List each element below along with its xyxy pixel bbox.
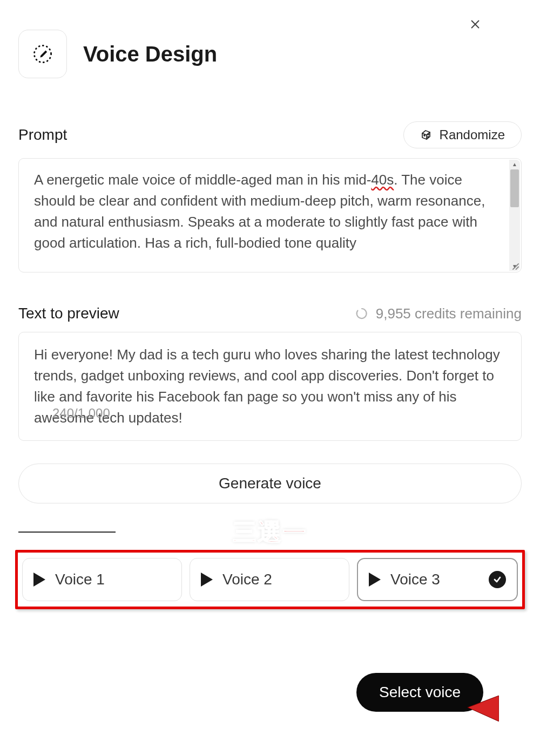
selected-check-icon: [489, 571, 506, 588]
svg-point-3: [424, 135, 425, 136]
play-icon: [33, 573, 45, 587]
close-button[interactable]: [467, 16, 483, 32]
voices-highlight-box: Voice 1 Voice 2 Voice 3: [15, 550, 525, 609]
preview-header: Text to preview 9,955 credits remaining: [18, 305, 522, 322]
randomize-label: Randomize: [440, 127, 505, 142]
scroll-up-arrow[interactable]: ▲: [512, 161, 517, 167]
preview-textarea-container: Hi everyone! My dad is a tech guru who l…: [18, 332, 522, 441]
header: Voice Design: [0, 0, 540, 78]
prompt-label: Prompt: [18, 126, 67, 144]
preview-label: Text to preview: [18, 305, 119, 322]
prompt-text-part: 40s: [371, 172, 394, 188]
prompt-header: Prompt Randomize: [18, 121, 522, 148]
voice-label: Voice 2: [222, 571, 272, 588]
close-icon: [469, 18, 481, 30]
spinner-icon: [355, 307, 368, 320]
voice-label: Voice 1: [55, 571, 105, 588]
randomize-button[interactable]: Randomize: [403, 121, 522, 148]
scroll-thumb[interactable]: [510, 169, 519, 207]
annotation-text: 三選一: [233, 516, 307, 548]
voice-design-icon: [18, 30, 67, 78]
active-tab-underline: [18, 532, 116, 533]
char-count: 240/1,000: [52, 406, 110, 421]
voice-label: Voice 3: [390, 571, 440, 588]
play-icon: [369, 573, 381, 587]
voice-card-2[interactable]: Voice 2: [190, 558, 349, 601]
generate-voice-button[interactable]: Generate voice: [18, 464, 522, 503]
tab-row: 三選一: [0, 516, 540, 547]
prompt-text-part: A energetic male voice of middle-aged ma…: [34, 172, 371, 188]
play-icon: [201, 573, 213, 587]
prompt-textarea-container: A energetic male voice of middle-aged ma…: [18, 158, 522, 273]
scrollbar[interactable]: ▲ ▼: [509, 160, 520, 271]
svg-point-5: [428, 137, 429, 138]
page-title: Voice Design: [83, 42, 217, 66]
voice-card-3[interactable]: Voice 3: [357, 558, 518, 601]
prompt-textarea[interactable]: A energetic male voice of middle-aged ma…: [19, 159, 521, 272]
voice-card-1[interactable]: Voice 1: [22, 558, 182, 601]
credits-remaining: 9,955 credits remaining: [355, 305, 522, 322]
select-voice-button[interactable]: Select voice: [356, 673, 483, 712]
svg-point-4: [428, 134, 429, 135]
dice-icon: [420, 128, 433, 141]
resize-handle-icon[interactable]: [512, 263, 519, 270]
credits-text: 9,955 credits remaining: [376, 305, 522, 322]
